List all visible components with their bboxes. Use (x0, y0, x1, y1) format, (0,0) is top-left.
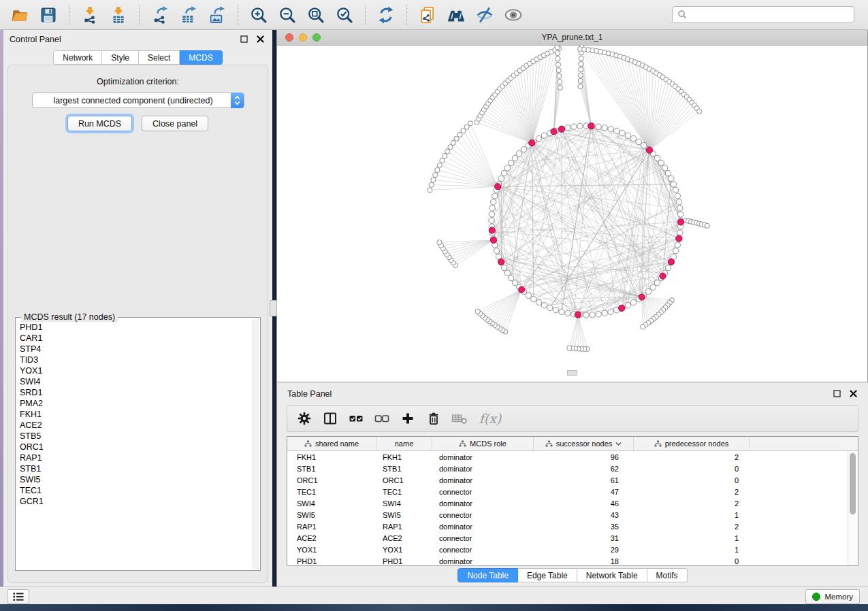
tab-network[interactable]: Network (53, 50, 102, 65)
apply-layout-button[interactable] (374, 3, 398, 27)
column-header-successor-nodes[interactable]: successor nodes (534, 437, 634, 450)
table-row[interactable]: FKH1FKH1dominator962 (287, 451, 858, 463)
result-node[interactable]: ORC1 (20, 442, 260, 452)
toolbar-separator (69, 5, 69, 25)
result-node[interactable]: STB5 (20, 431, 260, 442)
float-panel-icon[interactable] (240, 35, 248, 43)
table-row[interactable]: PHD1PHD1dominator180 (287, 555, 858, 566)
table-row[interactable]: TEC1TEC1connector472 (287, 486, 858, 497)
table-row[interactable]: ORC1ORC1dominator610 (287, 474, 858, 486)
hierarchy-icon (545, 440, 553, 447)
table-row[interactable]: RAP1RAP1dominator352 (287, 521, 858, 532)
find-button[interactable] (444, 3, 468, 27)
column-label: name (395, 440, 414, 448)
zoom-out-button[interactable] (275, 3, 300, 27)
tab-edge-table[interactable]: Edge Table (518, 568, 577, 582)
delete-table-button[interactable] (449, 408, 470, 429)
zoom-in-button[interactable] (246, 3, 271, 27)
export-table-button[interactable] (176, 3, 201, 27)
optimization-criterion-select[interactable]: largest connected component (undirected) (32, 93, 244, 108)
new-network-from-selection-button[interactable] (415, 3, 440, 27)
scrollbar-thumb[interactable] (850, 453, 856, 514)
eye-icon (503, 5, 524, 25)
column-header-shared-name[interactable]: shared name (287, 437, 376, 450)
deselect-all-checkbox-button[interactable] (372, 408, 392, 429)
select-all-checkbox-button[interactable] (346, 408, 366, 429)
table-row[interactable]: ACE2ACE2connector311 (287, 532, 858, 544)
result-node[interactable]: YOX1 (20, 365, 260, 376)
show-panels-button[interactable] (7, 589, 29, 604)
bird-eye-view-button[interactable] (501, 3, 526, 27)
network-window-titlebar[interactable]: YPA_prune.txt_1 (277, 30, 867, 46)
clone-network-document-icon (418, 5, 437, 24)
table-row[interactable]: SWI4SWI4dominator462 (287, 497, 858, 509)
result-node[interactable]: FKH1 (20, 409, 260, 420)
zoom-selected-button[interactable] (332, 3, 357, 27)
network-canvas[interactable] (277, 45, 867, 381)
table-options-button[interactable] (294, 408, 315, 429)
close-panel-button[interactable]: Close panel (142, 116, 208, 131)
export-network-button[interactable] (148, 3, 172, 27)
export-image-button[interactable] (205, 3, 229, 27)
result-node[interactable]: STP4 (20, 344, 260, 354)
result-scrollbar[interactable] (253, 319, 259, 569)
close-traffic-light[interactable] (285, 33, 293, 42)
result-node[interactable]: CAR1 (20, 333, 260, 344)
import-network-button[interactable] (78, 3, 102, 27)
crossed-eye-icon (475, 5, 495, 25)
column-header-predecessor-nodes[interactable]: predecessor nodes (634, 437, 750, 450)
gear-icon (296, 410, 312, 427)
result-node[interactable]: PHD1 (20, 322, 260, 333)
zoom-fit-button[interactable] (304, 3, 328, 27)
result-node[interactable]: TEC1 (20, 485, 260, 496)
tab-select[interactable]: Select (139, 50, 180, 65)
import-table-button[interactable] (106, 3, 131, 27)
table-row[interactable]: YOX1YOX1connector291 (287, 544, 858, 555)
table-row[interactable]: STB1STB1dominator620 (287, 463, 858, 474)
memory-button[interactable]: Memory (805, 589, 860, 604)
vertical-splitter-grip[interactable] (270, 300, 277, 316)
toggle-graphics-details-button[interactable] (472, 3, 497, 27)
open-file-button[interactable] (7, 3, 32, 27)
column-header-name[interactable]: name (376, 437, 432, 450)
table-scrollbar[interactable] (848, 451, 858, 565)
toolbar-search-box[interactable] (672, 6, 854, 23)
result-node[interactable]: ACE2 (20, 420, 260, 431)
table-cell: 1 (634, 546, 750, 554)
function-builder-button[interactable]: f(x) (475, 408, 505, 429)
table-body: FKH1FKH1dominator962STB1STB1dominator620… (287, 451, 858, 566)
result-node[interactable]: SWI5 (20, 474, 260, 485)
tab-network-table[interactable]: Network Table (577, 568, 647, 582)
result-node[interactable]: TID3 (20, 354, 260, 365)
result-node[interactable]: STB1 (20, 463, 260, 474)
tab-mcds[interactable]: MCDS (180, 50, 222, 65)
toolbar-separator (139, 5, 140, 25)
table-cell: TEC1 (376, 488, 432, 496)
save-session-button[interactable] (36, 3, 61, 27)
show-columns-button[interactable] (320, 408, 340, 429)
close-panel-icon[interactable] (257, 35, 264, 43)
table-cell: 43 (534, 511, 634, 519)
delete-column-button[interactable] (423, 408, 444, 429)
minimize-traffic-light[interactable] (299, 33, 307, 42)
result-node[interactable]: RAP1 (20, 452, 260, 463)
table-cell: TEC1 (287, 488, 376, 496)
result-node[interactable]: SRD1 (20, 387, 260, 398)
column-header-MCDS-role[interactable]: MCDS role (432, 437, 534, 450)
horizontal-splitter-grip[interactable] (567, 370, 577, 376)
tab-style[interactable]: Style (102, 50, 139, 65)
close-panel-icon[interactable] (850, 390, 857, 397)
float-panel-icon[interactable] (833, 390, 841, 397)
tab-motifs[interactable]: Motifs (647, 568, 688, 582)
maximize-traffic-light[interactable] (312, 33, 321, 42)
run-mcds-button[interactable]: Run MCDS (67, 116, 132, 131)
table-row[interactable]: SWI5SWI5connector431 (287, 509, 858, 521)
search-input[interactable] (691, 10, 854, 20)
open-folder-icon (10, 5, 30, 25)
toolbar-separator (406, 5, 407, 25)
tab-node-table[interactable]: Node Table (457, 568, 518, 582)
result-node[interactable]: SWI4 (20, 376, 260, 387)
add-column-button[interactable] (398, 408, 418, 429)
result-node[interactable]: PMA2 (20, 398, 260, 409)
result-node[interactable]: GCR1 (20, 496, 260, 507)
